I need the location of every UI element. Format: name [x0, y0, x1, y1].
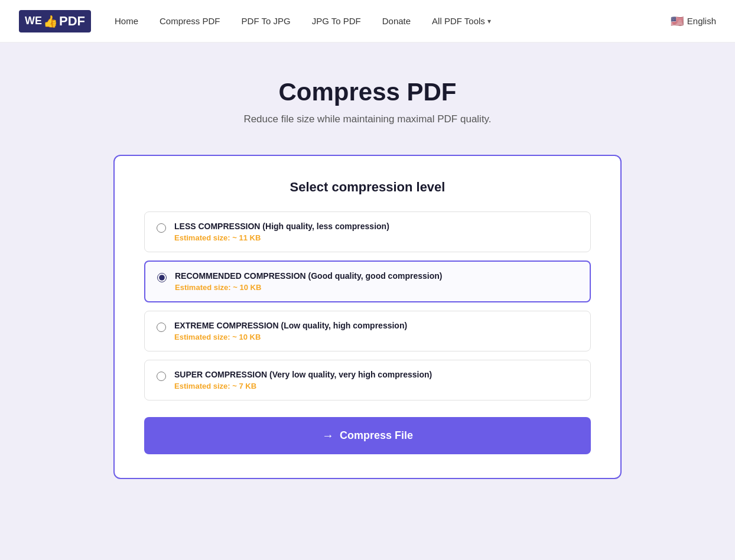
card-title: Select compression level	[144, 180, 591, 195]
compress-button-label: Compress File	[340, 429, 413, 442]
option-extreme-label: EXTREME COMPRESSION (Low quality, high c…	[174, 321, 407, 330]
logo-thumb-icon: 👍	[43, 14, 58, 28]
logo-pdf: PDF	[59, 14, 85, 29]
option-less-label: LESS COMPRESSION (High quality, less com…	[174, 222, 389, 231]
option-recommended-size: Estimated size: ~ 10 KB	[175, 283, 442, 292]
page-title: Compress PDF	[113, 78, 622, 106]
compression-options: LESS COMPRESSION (High quality, less com…	[144, 211, 591, 401]
logo[interactable]: WE 👍 PDF	[19, 10, 91, 32]
logo-we: WE	[25, 15, 42, 27]
nav-home[interactable]: Home	[115, 16, 138, 26]
nav-jpg-to-pdf[interactable]: JPG To PDF	[312, 16, 361, 26]
option-super-size: Estimated size: ~ 7 KB	[174, 382, 432, 390]
compress-file-button[interactable]: → Compress File	[144, 417, 591, 454]
nav-donate[interactable]: Donate	[382, 16, 411, 26]
option-extreme-size: Estimated size: ~ 10 KB	[174, 333, 407, 341]
option-super[interactable]: SUPER COMPRESSION (Very low quality, ver…	[144, 360, 591, 401]
chevron-down-icon: ▾	[487, 17, 491, 25]
option-recommended-label: RECOMMENDED COMPRESSION (Good quality, g…	[175, 271, 442, 281]
nav-all-tools[interactable]: All PDF Tools ▾	[432, 16, 491, 26]
radio-recommended[interactable]	[157, 273, 167, 282]
main-content: Compress PDF Reduce file size while main…	[102, 43, 633, 503]
language-selector[interactable]: 🇺🇸 English	[671, 15, 716, 28]
nav-compress-pdf[interactable]: Compress PDF	[160, 16, 220, 26]
language-label: English	[687, 16, 716, 26]
option-less-size: Estimated size: ~ 11 KB	[174, 233, 389, 242]
option-super-label: SUPER COMPRESSION (Very low quality, ver…	[174, 370, 432, 379]
radio-super[interactable]	[157, 372, 166, 381]
option-less[interactable]: LESS COMPRESSION (High quality, less com…	[144, 211, 591, 252]
nav-links: Home Compress PDF PDF To JPG JPG To PDF …	[115, 16, 656, 26]
radio-extreme[interactable]	[157, 323, 166, 332]
page-subtitle: Reduce file size while maintaining maxim…	[113, 113, 622, 125]
option-extreme[interactable]: EXTREME COMPRESSION (Low quality, high c…	[144, 311, 591, 351]
compression-card: Select compression level LESS COMPRESSIO…	[113, 155, 622, 479]
radio-less[interactable]	[157, 223, 166, 233]
navbar: WE 👍 PDF Home Compress PDF PDF To JPG JP…	[0, 0, 735, 43]
arrow-icon: →	[322, 429, 334, 442]
flag-icon: 🇺🇸	[671, 15, 684, 28]
option-recommended[interactable]: RECOMMENDED COMPRESSION (Good quality, g…	[144, 261, 591, 302]
nav-pdf-to-jpg[interactable]: PDF To JPG	[242, 16, 291, 26]
